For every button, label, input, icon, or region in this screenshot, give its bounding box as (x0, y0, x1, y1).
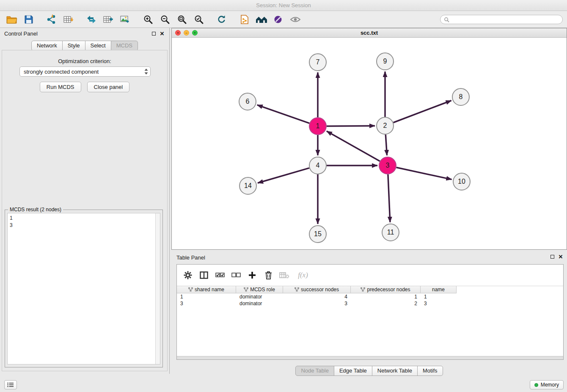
table-settings-button[interactable] (181, 268, 195, 282)
graph-node-2[interactable]: 2 (377, 117, 394, 134)
zoom-in-button[interactable] (140, 12, 157, 27)
app-title-bar: Session: New Session (0, 0, 567, 11)
tab-network[interactable]: Network (31, 41, 63, 51)
export-network-button[interactable] (83, 12, 100, 27)
apply-function-button[interactable]: f(x) (294, 268, 312, 282)
graph-node-1[interactable]: 1 (309, 118, 326, 135)
network-canvas[interactable]: 7968124314101511 (172, 38, 567, 249)
refresh-layout-button[interactable] (213, 12, 230, 27)
column-header-shared-name[interactable]: shared name (177, 286, 236, 293)
column-header-predecessor-nodes[interactable]: predecessor nodes (351, 286, 421, 293)
tab-mcds[interactable]: MCDS (111, 41, 138, 51)
table-cell: 1 (351, 293, 421, 300)
column-label: MCDS role (250, 287, 275, 293)
style-annotation-button[interactable] (270, 12, 287, 27)
table-panel-tabs: Node Table Edge Table Network Table Moti… (171, 366, 567, 376)
task-list-icon (7, 382, 14, 387)
edge-3-11[interactable] (388, 174, 390, 222)
graph-node-7[interactable]: 7 (309, 54, 326, 71)
zoom-fit-button[interactable] (173, 12, 190, 27)
minimize-window-button[interactable]: − (184, 30, 189, 36)
delete-table-icon (279, 271, 289, 279)
graph-node-8[interactable]: 8 (452, 88, 469, 105)
table-row[interactable]: 1dominator411 (177, 293, 457, 300)
tab-network-table[interactable]: Network Table (372, 366, 418, 376)
run-mcds-button[interactable]: Run MCDS (40, 82, 81, 92)
edge-3-10[interactable] (396, 168, 452, 179)
column-header-mcds-role[interactable]: MCDS role (236, 286, 283, 293)
zoom-selected-button[interactable] (190, 12, 207, 27)
import-table-button[interactable] (60, 12, 77, 27)
table-cell: dominator (236, 293, 283, 300)
column-label: shared name (195, 287, 224, 293)
edge-1-2[interactable] (327, 126, 375, 126)
table-panel-close-button[interactable]: ✕ (558, 254, 564, 259)
zoom-out-button[interactable] (157, 12, 173, 27)
export-table-button[interactable] (100, 12, 117, 27)
network-view-window: ✕ − + scc.txt 7968124314101511 (171, 28, 567, 250)
table-cell: 4 (283, 293, 351, 300)
search-field[interactable] (440, 15, 563, 24)
table-row[interactable]: 3dominator323 (177, 300, 457, 307)
search-input[interactable] (451, 17, 559, 22)
node-label: 4 (316, 162, 320, 169)
tab-select[interactable]: Select (85, 41, 111, 51)
app-title: Session: New Session (256, 2, 311, 8)
unselect-all-columns-button[interactable] (229, 268, 243, 282)
edge-2-3[interactable] (385, 135, 387, 155)
close-window-button[interactable]: ✕ (175, 30, 181, 36)
graph-node-15[interactable]: 15 (309, 226, 326, 243)
edge-3-1[interactable] (327, 131, 380, 161)
show-hide-details-button[interactable] (287, 12, 304, 27)
mcds-result-area[interactable]: 13 (7, 213, 160, 364)
edge-4-14[interactable] (258, 168, 309, 183)
tab-node-table[interactable]: Node Table (295, 366, 334, 376)
node-label: 10 (458, 178, 465, 185)
save-session-button[interactable] (20, 12, 37, 27)
graph-node-11[interactable]: 11 (382, 224, 399, 241)
graph-node-10[interactable]: 10 (453, 173, 470, 190)
graph-node-4[interactable]: 4 (309, 157, 326, 174)
column-header-successor-nodes[interactable]: successor nodes (283, 286, 351, 293)
maximize-window-button[interactable]: + (192, 30, 198, 36)
add-column-button[interactable] (245, 268, 259, 282)
column-header-name[interactable]: name (421, 286, 457, 293)
export-network-icon (86, 14, 97, 25)
delete-table-button[interactable] (278, 268, 291, 282)
table-header-row: shared name MCDS role successor nodes pr… (177, 286, 457, 293)
export-image-button[interactable] (117, 12, 134, 27)
control-panel-float-button[interactable] (151, 30, 157, 36)
export-table-icon (103, 14, 114, 25)
import-network-icon (46, 14, 57, 25)
table-panel-float-button[interactable] (549, 254, 555, 259)
tab-style[interactable]: Style (62, 41, 85, 51)
graph-node-14[interactable]: 14 (239, 177, 256, 194)
tab-motifs[interactable]: Motifs (417, 366, 443, 376)
result-scrollbar[interactable] (155, 213, 160, 364)
graph-node-9[interactable]: 9 (377, 53, 394, 70)
open-session-button[interactable] (3, 12, 20, 27)
main-toolbar (0, 11, 567, 28)
optimization-criterion-select[interactable]: strongly connected component (19, 66, 151, 77)
first-neighbors-button[interactable] (253, 12, 270, 27)
task-history-button[interactable] (4, 380, 17, 389)
network-window-titlebar[interactable]: ✕ − + scc.txt (172, 28, 567, 38)
graph-node-3[interactable]: 3 (379, 157, 396, 174)
tab-edge-table[interactable]: Edge Table (334, 366, 372, 376)
memory-button[interactable]: Memory (530, 380, 564, 389)
close-icon: ✕ (160, 31, 165, 36)
table-horizontal-scrollbar[interactable] (177, 356, 563, 359)
import-network-button[interactable] (43, 12, 60, 27)
select-all-columns-button[interactable] (213, 268, 227, 282)
show-columns-button[interactable] (197, 268, 211, 282)
control-panel-close-button[interactable]: ✕ (159, 30, 165, 36)
network-file-button[interactable] (236, 12, 253, 27)
network-graph[interactable]: 7968124314101511 (172, 38, 567, 249)
node-label: 6 (246, 98, 250, 105)
table-cell: 2 (351, 300, 421, 307)
edge-2-8[interactable] (394, 101, 451, 123)
close-panel-button[interactable]: Close panel (87, 82, 130, 92)
graph-node-6[interactable]: 6 (239, 93, 256, 110)
edge-1-6[interactable] (257, 105, 310, 123)
delete-column-button[interactable] (261, 268, 275, 282)
